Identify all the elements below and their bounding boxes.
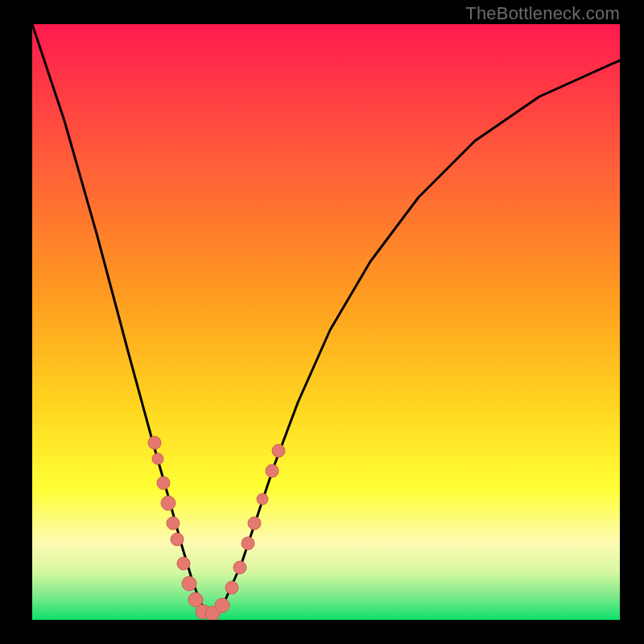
- data-point: [157, 477, 170, 489]
- data-point: [148, 436, 161, 449]
- bottleneck-curve: [32, 24, 620, 613]
- data-point: [167, 517, 180, 530]
- data-point: [177, 557, 190, 570]
- watermark-text: TheBottleneck.com: [465, 3, 620, 24]
- data-point: [215, 598, 229, 613]
- data-point: [171, 533, 184, 546]
- data-point: [152, 453, 163, 464]
- data-point: [242, 537, 254, 550]
- curve-path: [32, 24, 620, 613]
- data-point: [266, 464, 279, 477]
- chart-frame: TheBottleneck.com: [0, 0, 644, 644]
- data-point: [248, 517, 261, 530]
- data-point: [225, 581, 238, 594]
- plot-area: [32, 24, 620, 620]
- data-point: [233, 561, 246, 574]
- data-point: [161, 496, 175, 510]
- data-point: [257, 493, 268, 505]
- chart-svg: [32, 24, 620, 620]
- data-point-markers: [148, 436, 285, 620]
- data-point: [182, 576, 196, 591]
- data-point: [272, 444, 285, 457]
